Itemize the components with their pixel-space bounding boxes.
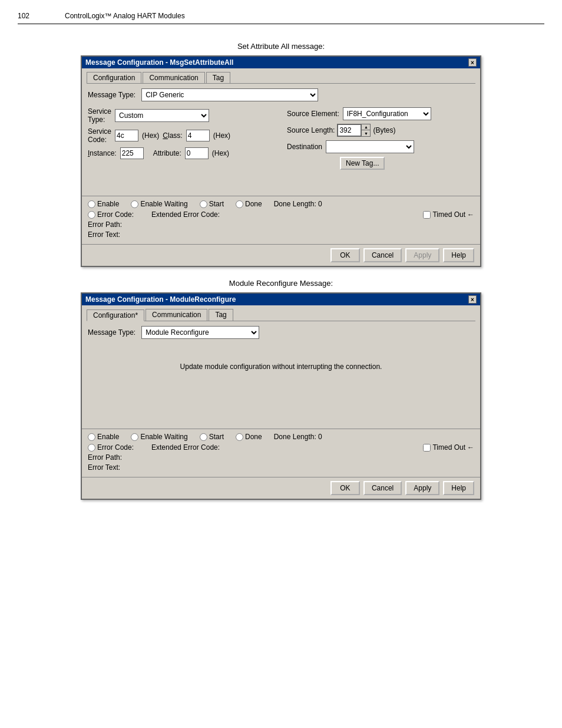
- dialog1-title: Message Configuration - MsgSetAttributeA…: [85, 58, 233, 67]
- message-type-label: Message Type:: [88, 91, 135, 99]
- d2-done-radio-group: Done: [236, 433, 262, 441]
- source-length-label: Source Length:: [287, 126, 335, 134]
- d2-timed-out-label: Timed Out: [432, 443, 465, 452]
- dialog2-info-text: Update module configuration without inte…: [180, 363, 382, 371]
- attribute-input[interactable]: [185, 147, 209, 159]
- enable-waiting-radio[interactable]: [131, 200, 138, 208]
- right-fields: Source Element: IF8H_Configuration Sourc…: [287, 107, 474, 170]
- done-length-label: Done Length: 0: [274, 200, 322, 208]
- d2-error-row: Error Code: Extended Error Code: Timed O…: [88, 443, 474, 452]
- dialog2-title: Message Configuration - ModuleReconfigur…: [85, 295, 236, 304]
- class-input[interactable]: [186, 130, 210, 141]
- dialog2-ok-button[interactable]: OK: [330, 481, 360, 495]
- timed-out-label: Timed Out: [432, 210, 465, 219]
- dialog1-close-button[interactable]: ×: [468, 58, 477, 67]
- error-row1: Error Code: Extended Error Code: Timed O…: [88, 210, 474, 219]
- service-code-label: ServiceCode:: [88, 127, 111, 144]
- destination-select[interactable]: [326, 140, 414, 153]
- section1-title: Set Attribute All message:: [18, 42, 544, 51]
- service-type-row: ServiceType: Custom: [88, 107, 275, 124]
- dialog1-ok-button[interactable]: OK: [330, 248, 360, 262]
- error-text-label: Error Text:: [88, 230, 120, 239]
- done-radio[interactable]: [236, 200, 243, 208]
- start-radio[interactable]: [200, 200, 207, 208]
- dialog1-tabs: Configuration Communication Tag: [87, 72, 475, 84]
- tab1-configuration[interactable]: Configuration: [87, 72, 141, 83]
- instance-input[interactable]: [120, 147, 144, 159]
- error-code-radio[interactable]: [88, 211, 95, 219]
- left-fields: ServiceType: Custom ServiceCode: (Hex) C…: [88, 107, 275, 170]
- dialog2-status-bar: Enable Enable Waiting Start Done Done Le…: [82, 429, 480, 477]
- dialog2-help-button[interactable]: Help: [443, 481, 474, 495]
- dialog2-status-row1: Enable Enable Waiting Start Done Done Le…: [88, 433, 474, 441]
- start-label: Start: [209, 200, 224, 208]
- page-number: 102: [18, 12, 29, 20]
- error-text-row: Error Text:: [88, 230, 474, 239]
- message-type-select[interactable]: CIP Generic: [141, 88, 318, 101]
- dialog2-cancel-button[interactable]: Cancel: [363, 481, 402, 495]
- d2-enable-waiting-radio[interactable]: [131, 433, 138, 441]
- page-title: ControlLogix™ Analog HART Modules: [65, 12, 185, 20]
- source-element-label: Source Element:: [287, 110, 339, 118]
- attribute-label: Attribute:: [153, 149, 181, 157]
- class-label: Class:: [163, 131, 182, 140]
- enable-radio[interactable]: [88, 200, 95, 208]
- tab1-tag[interactable]: Tag: [206, 72, 230, 83]
- d2-timed-out-checkbox[interactable]: [423, 444, 431, 452]
- destination-label: Destination: [287, 143, 322, 151]
- source-length-input[interactable]: [338, 124, 361, 136]
- done-radio-group: Done: [236, 200, 262, 208]
- new-tag-button[interactable]: New Tag...: [340, 157, 385, 170]
- message-type-row: Message Type: CIP Generic: [88, 88, 474, 101]
- service-type-select[interactable]: Custom: [115, 109, 209, 122]
- d2-done-label: Done: [245, 433, 262, 441]
- timed-out-arrow: ←: [467, 210, 474, 219]
- error-path-label: Error Path:: [88, 220, 122, 229]
- done-label: Done: [245, 200, 262, 208]
- d2-error-text-row: Error Text:: [88, 463, 474, 472]
- d2-timed-out-group: Timed Out ←: [423, 443, 474, 452]
- d2-enable-radio[interactable]: [88, 433, 95, 441]
- dialog1-cancel-button[interactable]: Cancel: [363, 248, 402, 262]
- service-code-input[interactable]: [115, 130, 138, 141]
- section2-title: Module Reconfigure Message:: [18, 279, 544, 288]
- d2-enable-radio-group: Enable: [88, 433, 119, 441]
- tab1-communication[interactable]: Communication: [143, 72, 204, 83]
- d2-extended-error-label: Extended Error Code:: [151, 443, 220, 452]
- source-element-select[interactable]: IF8H_Configuration: [343, 107, 431, 120]
- d2-error-path-label: Error Path:: [88, 453, 122, 462]
- d2-start-radio[interactable]: [200, 433, 207, 441]
- service-type-label: ServiceType:: [88, 107, 111, 124]
- d2-enable-label: Enable: [97, 433, 119, 441]
- d2-error-path-row: Error Path:: [88, 453, 474, 462]
- d2-error-code-radio[interactable]: [88, 444, 95, 452]
- dialog-msgset: Message Configuration - MsgSetAttributeA…: [81, 55, 481, 267]
- d2-error-code-radio-group: Error Code:: [88, 443, 134, 452]
- tab2-communication[interactable]: Communication: [146, 309, 207, 321]
- instance-row: Instance: Attribute: (Hex): [88, 147, 275, 159]
- spinner-up[interactable]: ▲: [362, 124, 370, 130]
- destination-row: Destination: [287, 140, 474, 153]
- dialog2-message-type-select[interactable]: Module Reconfigure: [141, 326, 259, 339]
- dialog1-tab-content: Message Type: CIP Generic ServiceType: C…: [82, 84, 480, 196]
- dialog2-btn-row: OK Cancel Apply Help: [82, 477, 480, 499]
- source-length-spinner: ▲ ▼: [337, 124, 371, 137]
- dialog2-apply-button[interactable]: Apply: [405, 481, 439, 495]
- source-length-row: Source Length: ▲ ▼ (Bytes): [287, 124, 474, 137]
- tab2-configuration[interactable]: Configuration*: [87, 309, 144, 321]
- d2-error-text-label: Error Text:: [88, 463, 120, 472]
- d2-done-radio[interactable]: [236, 433, 243, 441]
- dialog1-titlebar: Message Configuration - MsgSetAttributeA…: [82, 57, 480, 68]
- timed-out-checkbox[interactable]: [423, 211, 431, 219]
- status-row1: Enable Enable Waiting Start Done Done Le…: [88, 200, 474, 208]
- spinner-down[interactable]: ▼: [362, 130, 370, 136]
- tab2-tag[interactable]: Tag: [209, 309, 233, 321]
- dialog1-apply-button[interactable]: Apply: [405, 248, 439, 262]
- enable-label: Enable: [97, 200, 119, 208]
- dialog1-help-button[interactable]: Help: [443, 248, 474, 262]
- d2-done-length-label: Done Length: 0: [274, 433, 322, 441]
- hex-label2: (Hex): [213, 131, 230, 140]
- dialog2-close-button[interactable]: ×: [468, 295, 477, 304]
- dialog2-message-type-label: Message Type:: [88, 328, 135, 337]
- dialog1-btn-row: OK Cancel Apply Help: [82, 244, 480, 266]
